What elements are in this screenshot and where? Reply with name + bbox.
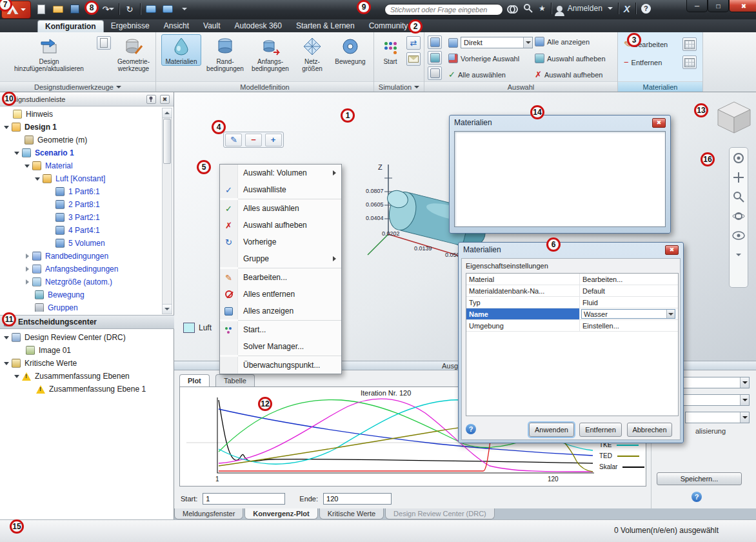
- tree-item-netzgroesse[interactable]: Netzgröße (autom.): [0, 276, 161, 288]
- tab-konfiguration[interactable]: Konfiguration: [37, 20, 104, 32]
- expander-open-icon[interactable]: [13, 372, 21, 380]
- expander-open-icon[interactable]: [3, 123, 10, 131]
- tab-ansicht[interactable]: Ansicht: [157, 20, 196, 32]
- boundary-conditions-button[interactable]: Rand-bedingungen: [204, 34, 246, 73]
- menu-item-start[interactable]: Start...: [220, 321, 341, 338]
- materials-button[interactable]: Materialien: [161, 34, 201, 66]
- dialog-titlebar[interactable]: Materialien ✖: [450, 115, 670, 130]
- tree-item-geometrie[interactable]: Geometrie (m): [0, 134, 161, 146]
- scroll-up-arrow[interactable]: [163, 108, 172, 118]
- group-label-designstudienwerkzeuge[interactable]: Designstudienwerkzeuge: [0, 81, 155, 92]
- mesh-sizes-button[interactable]: Netz-größen: [294, 34, 330, 73]
- tab-tabelle[interactable]: Tabelle: [215, 374, 255, 386]
- materials-list-box[interactable]: [454, 131, 666, 227]
- tab-kritische-werte[interactable]: Kritische Werte: [319, 508, 384, 519]
- steering-wheel-icon[interactable]: [731, 150, 746, 166]
- property-row-material[interactable]: MaterialBearbeiten...: [466, 274, 678, 285]
- menu-item-bearbeiten[interactable]: ✎Bearbeiten...: [220, 269, 341, 286]
- remove-button[interactable]: Entfernen: [579, 423, 622, 437]
- expander-open-icon[interactable]: [23, 162, 31, 170]
- group-label-materialien[interactable]: Materialien: [618, 81, 702, 92]
- orbit-icon[interactable]: [731, 208, 746, 224]
- menu-item-solver-manager[interactable]: Solver Manager...: [220, 338, 341, 355]
- zoom-search-icon[interactable]: [523, 3, 533, 14]
- expander-open-icon[interactable]: [13, 149, 21, 157]
- menu-item-auswahl-aufheben[interactable]: ✗Auswahl aufheben: [220, 217, 341, 234]
- minimize-button[interactable]: ─: [686, 0, 708, 12]
- expander-open-icon[interactable]: [34, 175, 41, 183]
- group-label-auswahl[interactable]: Auswahl: [424, 81, 617, 92]
- exchange-apps-icon[interactable]: X: [624, 3, 630, 14]
- cancel-button[interactable]: Abbrechen: [627, 423, 672, 437]
- pan-icon[interactable]: [731, 170, 746, 185]
- dialog-close-button[interactable]: ✖: [652, 118, 666, 128]
- maximize-button[interactable]: □: [708, 0, 729, 12]
- edit-selection-button[interactable]: ✎: [225, 134, 242, 146]
- start-input[interactable]: [203, 493, 285, 505]
- tab-ergebnisse[interactable]: Ergebnisse: [104, 20, 157, 32]
- menu-item-vorherige[interactable]: ↻Vorherige: [220, 234, 341, 250]
- update-button[interactable]: ↻: [123, 3, 136, 15]
- look-at-icon[interactable]: [731, 228, 746, 243]
- tree-item-material[interactable]: Material: [0, 159, 161, 172]
- tab-design-review-center[interactable]: Design Review Center (DRC): [385, 508, 495, 519]
- end-input[interactable]: [323, 493, 392, 505]
- new-file-button[interactable]: [35, 3, 48, 15]
- select-all-button[interactable]: ✓ Alle auswählen: [446, 69, 508, 80]
- property-row-datenbank[interactable]: Materialdatenbank-Na...Default: [466, 285, 678, 297]
- scroll-down-arrow[interactable]: [163, 304, 172, 314]
- selection-mode-combobox[interactable]: Direkt: [461, 37, 533, 48]
- tree-item-kritische-werte[interactable]: Kritische Werte: [0, 357, 173, 370]
- tree-item-bewegung[interactable]: Bewegung: [0, 288, 161, 301]
- tab-community[interactable]: Community: [362, 20, 415, 32]
- menu-item-auswahlliste[interactable]: ✓Auswahlliste: [220, 181, 341, 198]
- property-row-typ[interactable]: TypFluid: [466, 297, 678, 308]
- tab-autodesk-360[interactable]: Autodesk 360: [228, 20, 289, 32]
- property-row-umgebung[interactable]: UmgebungEinstellen...: [466, 320, 678, 332]
- tab-vault[interactable]: Vault: [196, 20, 227, 32]
- menu-item-gruppe[interactable]: Gruppe: [220, 250, 341, 267]
- solver-manager-button[interactable]: ⇄: [406, 36, 421, 50]
- settings-combobox-3[interactable]: [685, 412, 750, 423]
- menu-item-alles-auswaehlen[interactable]: ✓Alles auswählen: [220, 200, 341, 217]
- workspace-toggle-button[interactable]: [144, 3, 157, 15]
- group-label-modelldefinition[interactable]: Modelldefinition: [156, 81, 373, 92]
- search-binoculars-icon[interactable]: [507, 5, 518, 12]
- favorites-star-icon[interactable]: ★: [539, 4, 546, 13]
- tab-konvergenz-plot[interactable]: Konvergenz-Plot: [244, 508, 317, 519]
- save-button[interactable]: [68, 3, 81, 15]
- dialog-close-button[interactable]: ✖: [665, 245, 679, 255]
- motion-button[interactable]: Bewegung: [332, 34, 369, 66]
- save-settings-button[interactable]: Speichern...: [657, 472, 742, 485]
- tab-meldungsfenster[interactable]: Meldungsfenster: [174, 508, 243, 519]
- dialog-help-icon[interactable]: ?: [466, 424, 476, 434]
- panel-help-icon[interactable]: ?: [691, 492, 702, 502]
- expander-closed-icon[interactable]: [23, 252, 31, 260]
- view-cube[interactable]: [711, 95, 756, 137]
- tree-item-part4[interactable]: 4 Part4:1: [0, 224, 161, 237]
- tree-item-anfangsbedingungen[interactable]: Anfangsbedingungen: [0, 263, 161, 276]
- menu-item-alles-anzeigen[interactable]: Alles anzeigen: [220, 303, 341, 319]
- tab-plot[interactable]: Plot: [179, 374, 210, 386]
- tab-starten-lernen[interactable]: Starten & Lernen: [289, 20, 362, 32]
- close-button[interactable]: ✖: [729, 0, 756, 12]
- expander-open-icon[interactable]: [3, 359, 10, 367]
- tree-item-part2[interactable]: 3 Part2:1: [0, 211, 161, 224]
- add-selection-button[interactable]: +: [265, 134, 282, 146]
- expander-closed-icon[interactable]: [23, 278, 31, 286]
- menu-item-auswahl-volumen[interactable]: Auswahl: Volumen: [220, 165, 341, 181]
- tree-item-design-1[interactable]: Design 1: [0, 121, 161, 134]
- dialog-titlebar[interactable]: Materialien ✖: [459, 243, 683, 257]
- clear-selection-2-button[interactable]: ✗ Auswahl aufheben: [533, 69, 604, 80]
- menu-item-ueberwachungspunkt[interactable]: Überwachungspunkt...: [220, 357, 341, 374]
- tree-item-zusammenfassung-ebene-1[interactable]: Zusammenfassung Ebene 1: [0, 383, 173, 396]
- edit-material-table-button[interactable]: [682, 37, 697, 51]
- search-input[interactable]: [390, 6, 497, 14]
- help-icon[interactable]: ?: [641, 4, 651, 14]
- property-row-name[interactable]: Name Wasser: [466, 308, 678, 320]
- remove-material-table-button[interactable]: [682, 55, 697, 69]
- pin-panel-button[interactable]: [146, 95, 156, 104]
- tree-item-luft-konstant[interactable]: Luft [Konstant]: [0, 172, 161, 185]
- group-label-simulation[interactable]: Simulation: [374, 81, 424, 92]
- select-edge-mode-button[interactable]: [428, 66, 442, 80]
